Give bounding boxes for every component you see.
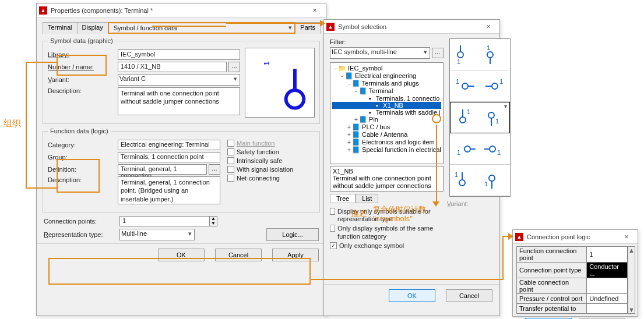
tree-node[interactable]: ▪ Terminals, 1 connectio <box>332 95 441 102</box>
filter-browse-button[interactable]: ... <box>432 48 444 58</box>
library-label: Library: <box>48 51 118 58</box>
tab-display[interactable]: Display <box>77 22 108 34</box>
grid-val[interactable] <box>587 304 628 314</box>
symbol-tree[interactable]: -📁 IEC_symbol-📘 Electrical engineering-📘… <box>330 62 444 164</box>
titlebar: ▲ Connection point logic × <box>513 230 638 244</box>
same-function-checkbox[interactable]: Only display symbols of the same functio… <box>330 225 444 240</box>
svg-text:1: 1 <box>467 108 470 115</box>
symbol-desc-name: X1_NB <box>333 168 441 175</box>
tree-node[interactable]: +📘 Electronics and logic item <box>332 139 441 146</box>
variant-c[interactable]: 1 1 <box>450 102 510 133</box>
tree-node[interactable]: +📘 Special function in electrical <box>332 146 441 154</box>
tree-node[interactable]: -📘 Electrical engineering <box>332 72 441 80</box>
number-name-label: Number / name: <box>48 63 118 70</box>
apply-button[interactable]: Apply <box>272 249 319 261</box>
variant-d[interactable]: 1 1 <box>450 133 510 165</box>
svg-text:1: 1 <box>457 58 460 65</box>
logic-button[interactable]: Logic... <box>266 228 319 241</box>
tree-node[interactable]: ▪ Terminals with saddle j <box>332 109 441 116</box>
grid-val[interactable]: 1 <box>587 247 628 263</box>
tab-terminal[interactable]: Terminal <box>43 22 78 34</box>
grid-val[interactable]: Conductor ... <box>587 263 628 278</box>
fd-description-label: Description: <box>48 176 118 183</box>
connection-points-input[interactable]: 1 <box>119 216 210 226</box>
tab-symbol-function-data[interactable]: Symbol / function data <box>108 22 296 34</box>
net-connecting-checkbox[interactable]: Net-connecting <box>227 175 315 182</box>
symbol-description-box: X1_NB Terminal with one connection point… <box>330 166 444 192</box>
category-label: Category: <box>48 141 118 148</box>
window-title: Connection point logic <box>527 233 618 240</box>
dialog-button-row: OK Cancel <box>513 314 638 319</box>
close-icon[interactable]: × <box>480 22 497 31</box>
library-value: IEC_symbol <box>118 49 240 60</box>
tree-node[interactable]: -📘 Terminals and plugs <box>332 80 441 87</box>
filter-select[interactable]: IEC symbols, multi-line <box>330 47 430 59</box>
intrinsically-safe-checkbox[interactable]: Intrinsically safe <box>227 157 315 164</box>
function-data-legend: Function data (logic) <box>48 127 111 134</box>
stepper-icon[interactable]: ▲▼ <box>209 216 217 226</box>
handdrawn-circle-icon <box>432 114 441 123</box>
only-exchange-checkbox[interactable]: Only exchange symbol <box>330 242 444 249</box>
definition-value[interactable]: Terminal, general, 1 connection <box>118 164 207 175</box>
ok-button[interactable]: OK <box>158 249 205 261</box>
number-name-input[interactable]: 1410 / X1_NB <box>118 62 227 72</box>
grid-key: Cable connection point <box>517 278 587 294</box>
filter-label: Filter: <box>330 38 444 45</box>
tab-parts[interactable]: Parts <box>295 22 321 34</box>
tree-node[interactable]: +📘 Pin <box>332 116 441 123</box>
grid-key: Transfer potential to <box>517 304 587 314</box>
variant-label: Variant: <box>48 76 118 83</box>
variants-panel[interactable]: 1 1 1 1 1 1 1 1 1 1 <box>449 38 511 197</box>
variant-e[interactable]: 1 1 <box>450 165 510 196</box>
tree-node[interactable]: -📁 IEC_symbol <box>332 65 441 72</box>
svg-point-21 <box>464 146 470 152</box>
symbol-selection-window: ▲ Symbol selection × Filter: IEC symbols… <box>323 19 500 316</box>
representation-type-label: Representation type: <box>44 231 119 238</box>
tree-node[interactable]: +📘 Cable / Antenna <box>332 131 441 139</box>
svg-text:1: 1 <box>456 78 459 85</box>
annotation-left: 组织 <box>3 118 21 129</box>
function-data-group: Function data (logic) Category: Electric… <box>43 127 320 212</box>
definition-browse-button[interactable]: ... <box>209 164 220 175</box>
category-value: Electrical engineering: Terminal <box>118 140 220 150</box>
variant-b[interactable]: 1 1 <box>450 70 510 102</box>
tree-node[interactable]: ▪ X1_NB <box>332 102 441 109</box>
tab-list[interactable]: List <box>356 194 378 203</box>
with-signal-isolation-checkbox[interactable]: With signal isolation <box>227 166 315 173</box>
connection-point-logic-window: ▲ Connection point logic × Function conn… <box>512 229 638 317</box>
connection-point-grid[interactable]: Function connection point1Connection poi… <box>516 246 628 314</box>
number-name-browse-button[interactable]: ... <box>228 62 240 72</box>
cancel-button[interactable]: Cancel <box>215 249 262 261</box>
svg-text:1: 1 <box>497 149 501 156</box>
cancel-button[interactable]: Cancel <box>446 289 492 302</box>
tab-tree[interactable]: Tree <box>330 194 356 203</box>
variant-a[interactable]: 1 1 <box>450 39 510 70</box>
symbol-desc-text: Terminal with one connection point witho… <box>333 175 441 190</box>
annotation-desc2: 复合值时仅计数 <box>373 205 426 214</box>
app-icon: ▲ <box>39 6 47 15</box>
properties-window: ▲ Properties (components): Terminal * × … <box>36 3 326 316</box>
representation-type-select[interactable]: Multi-line <box>119 229 195 240</box>
svg-point-9 <box>462 83 468 89</box>
grid-val[interactable]: Undefined <box>587 294 628 304</box>
tree-node[interactable]: +📘 PLC / bus <box>332 123 441 131</box>
annotation-desc1: 描述 <box>351 208 367 218</box>
app-icon: ▲ <box>515 233 523 241</box>
ok-button[interactable]: OK <box>389 289 435 302</box>
tree-node[interactable]: -📘 Terminal <box>332 87 441 95</box>
close-icon[interactable]: × <box>306 6 323 15</box>
close-icon[interactable]: × <box>618 232 635 241</box>
svg-point-27 <box>459 180 465 186</box>
tab-bar: Terminal Display Symbol / function data … <box>43 22 320 34</box>
svg-text:1: 1 <box>487 44 490 51</box>
svg-text:1: 1 <box>457 149 460 156</box>
group-label: Group: <box>48 154 118 161</box>
variant-select[interactable]: Variant C <box>118 74 240 86</box>
dialog-button-row: OK Cancel Apply <box>37 243 326 266</box>
grid-val[interactable] <box>587 278 628 294</box>
scrollbar-icon[interactable]: ▲▼ <box>628 246 635 314</box>
titlebar: ▲ Symbol selection × <box>324 20 499 34</box>
tree-list-tabs: Tree List <box>330 194 444 203</box>
window-title: Properties (components): Terminal * <box>51 7 306 14</box>
safety-function-checkbox[interactable]: Safety function <box>227 148 315 155</box>
